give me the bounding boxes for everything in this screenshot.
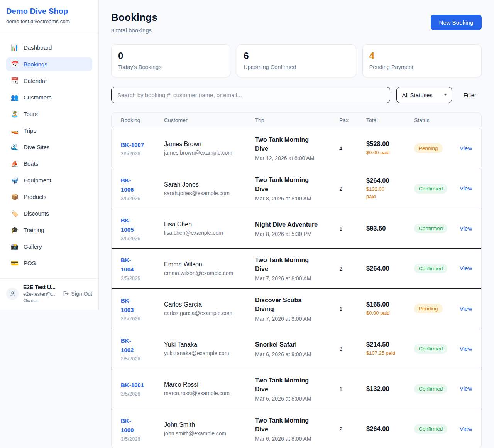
sidebar-item-discounts[interactable]: 🏷️ Discounts — [6, 207, 92, 220]
table-row: BK-1007 3/5/2026 James Brown james.brown… — [112, 128, 481, 168]
trip-time: Mar 8, 2026 at 5:30 PM — [255, 231, 334, 237]
view-link[interactable]: View — [460, 185, 472, 192]
total-cell: $264.00 — [366, 265, 414, 272]
table-controls: All Statuses Filter — [111, 87, 482, 103]
stat-label: Today's Bookings — [118, 64, 223, 70]
col-header-total: Total — [366, 117, 414, 123]
status-cell: Confirmed — [414, 424, 460, 434]
total-amount: $214.50 — [366, 341, 409, 348]
col-header-customer: Customer — [164, 117, 255, 123]
sidebar-item-customers[interactable]: 👥 Customers — [6, 91, 92, 104]
col-header-booking: Booking — [121, 117, 164, 123]
user-name: E2E Test U... — [23, 284, 57, 290]
avatar — [6, 288, 19, 300]
total-cell: $264.00 — [366, 425, 414, 433]
booking-id-link[interactable]: BK-1004 — [121, 256, 139, 274]
view-link[interactable]: View — [460, 426, 472, 432]
search-input[interactable] — [111, 87, 390, 103]
booking-id-link[interactable]: BK-1005 — [121, 216, 139, 234]
trip-cell: Two Tank Morning Dive Mar 12, 2026 at 8:… — [255, 135, 339, 161]
booking-cell: BK-1001 3/5/2026 — [121, 381, 164, 397]
filter-button[interactable]: Filter — [458, 92, 482, 98]
action-cell: View — [460, 185, 477, 192]
total-cell: $93.50 — [366, 225, 414, 232]
stats-cards: 0 Today's Bookings 6 Upcoming Confirmed … — [111, 44, 482, 77]
trip-time: Mar 6, 2026 at 8:00 AM — [255, 396, 334, 402]
pax-cell: 1 — [339, 386, 366, 392]
status-badge: Pending — [414, 304, 443, 313]
trip-cell: Two Tank Morning Dive Mar 7, 2026 at 8:0… — [255, 256, 339, 281]
view-link[interactable]: View — [460, 225, 472, 232]
status-badge: Confirmed — [414, 184, 447, 194]
stat-card-upcoming-confirmed: 6 Upcoming Confirmed — [237, 44, 356, 77]
booking-cell: BK-1005 3/5/2026 — [121, 216, 164, 241]
sidebar-item-label: Products — [24, 194, 46, 200]
booking-id-link[interactable]: BK-1003 — [121, 296, 139, 315]
status-filter-select[interactable]: All Statuses — [396, 87, 452, 103]
sidebar-item-dashboard[interactable]: 📊 Dashboard — [6, 41, 92, 54]
sidebar-user-footer: E2E Test U... e2e-tester@... Owner Sign … — [0, 278, 98, 310]
booking-date: 3/5/2026 — [121, 391, 159, 397]
customer-email: sarah.jones@example.com — [164, 190, 250, 196]
sidebar-item-trips[interactable]: 🚤 Trips — [6, 124, 92, 137]
total-cell: $165.00 $0.00 paid — [366, 301, 414, 317]
sidebar-nav: 📊 Dashboard 📅 Bookings 📆 Calendar 👥 Cust… — [0, 33, 98, 278]
sidebar: Demo Dive Shop demo.test.divestreams.com… — [0, 0, 99, 310]
new-booking-button[interactable]: New Booking — [431, 15, 482, 30]
view-link[interactable]: View — [460, 345, 472, 352]
sidebar-item-calendar[interactable]: 📆 Calendar — [6, 74, 92, 88]
sidebar-item-pos[interactable]: 💳 POS — [6, 256, 92, 270]
col-header-pax: Pax — [339, 117, 366, 123]
customer-cell: Lisa Chen lisa.chen@example.com — [164, 221, 255, 236]
trip-name: Two Tank Morning Dive — [255, 376, 318, 394]
customer-name: Marco Rossi — [164, 381, 250, 388]
action-cell: View — [460, 345, 477, 352]
user-role: Owner — [23, 298, 57, 303]
sign-out-icon — [62, 290, 69, 297]
status-badge: Confirmed — [414, 344, 447, 354]
trips-icon: 🚤 — [11, 128, 19, 134]
customer-name: Carlos Garcia — [164, 301, 250, 308]
trip-time: Mar 6, 2026 at 9:00 AM — [255, 351, 334, 357]
booking-id-link[interactable]: BK-1006 — [121, 176, 139, 194]
dive-sites-icon: 🌊 — [11, 144, 19, 150]
calendar-icon: 📆 — [11, 78, 19, 84]
sign-out-button[interactable]: Sign Out — [61, 290, 92, 297]
pax-cell: 1 — [339, 305, 366, 312]
sidebar-item-label: Discounts — [24, 210, 49, 217]
table-header-row: Booking Customer Trip Pax Total Status — [112, 113, 481, 128]
sidebar-item-tours[interactable]: 🏝️ Tours — [6, 107, 92, 121]
booking-id-link[interactable]: BK-1002 — [121, 336, 139, 355]
sidebar-item-label: Boats — [24, 160, 38, 167]
trip-cell: Two Tank Morning Dive Mar 6, 2026 at 8:0… — [255, 416, 339, 442]
sidebar-item-label: Dashboard — [24, 44, 52, 51]
sidebar-item-products[interactable]: 📦 Products — [6, 190, 92, 204]
view-link[interactable]: View — [460, 305, 472, 312]
pax-cell: 3 — [339, 345, 366, 352]
sidebar-item-gallery[interactable]: 📸 Gallery — [6, 240, 92, 253]
total-cell: $264.00 $132.00 paid — [366, 177, 414, 200]
booking-id-link[interactable]: BK-1000 — [121, 416, 139, 435]
trip-name: Two Tank Morning Dive — [255, 256, 318, 273]
view-link[interactable]: View — [460, 145, 472, 152]
customer-cell: Emma Wilson emma.wilson@example.com — [164, 261, 255, 276]
view-link[interactable]: View — [460, 265, 472, 271]
sidebar-item-label: Equipment — [24, 177, 51, 184]
booking-id-link[interactable]: BK-1007 — [121, 140, 144, 150]
status-badge: Confirmed — [414, 384, 447, 394]
trip-cell: Snorkel Safari Mar 6, 2026 at 9:00 AM — [255, 340, 339, 357]
bookings-table: Booking Customer Trip Pax Total Status B… — [111, 112, 482, 448]
action-cell: View — [460, 385, 477, 392]
sidebar-item-training[interactable]: 🎓 Training — [6, 223, 92, 237]
table-row: BK-1005 3/5/2026 Lisa Chen lisa.chen@exa… — [112, 209, 481, 249]
trip-time: Mar 12, 2026 at 8:00 AM — [255, 155, 334, 161]
status-cell: Confirmed — [414, 384, 460, 394]
status-badge: Pending — [414, 143, 443, 153]
sidebar-item-bookings[interactable]: 📅 Bookings — [6, 57, 92, 71]
sidebar-item-boats[interactable]: ⛵ Boats — [6, 157, 92, 170]
trip-name: Snorkel Safari — [255, 340, 318, 349]
booking-id-link[interactable]: BK-1001 — [121, 381, 144, 390]
sidebar-item-dive-sites[interactable]: 🌊 Dive Sites — [6, 140, 92, 154]
view-link[interactable]: View — [460, 385, 472, 392]
sidebar-item-equipment[interactable]: 🤿 Equipment — [6, 173, 92, 187]
